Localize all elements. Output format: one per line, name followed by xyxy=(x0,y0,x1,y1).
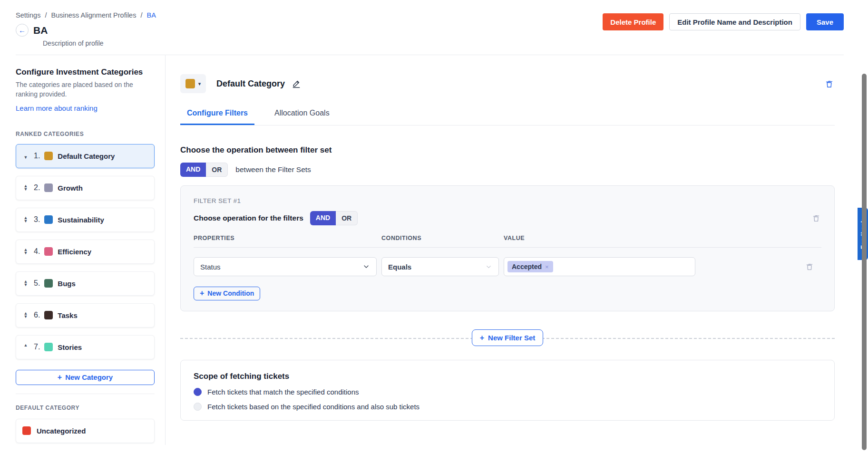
edit-profile-button[interactable]: Edit Profile Name and Description xyxy=(669,13,800,30)
scope-option-include-sub-tickets[interactable]: Fetch tickets based on the specified con… xyxy=(194,403,821,411)
reorder-arrows: ▲ ▼ xyxy=(22,344,29,350)
category-rank: 4. xyxy=(34,247,40,256)
filter-operation-heading: Choose the operation between filter set xyxy=(180,145,835,155)
category-item-uncategorized[interactable]: Uncategorized xyxy=(16,419,155,443)
ranked-category-list: ▲ ▼ 1. Default Category ▲ ▼ 2. Growth ▲ xyxy=(16,144,155,359)
sidebar: Configure Investment Categories The cate… xyxy=(16,55,155,445)
new-filter-set-button[interactable]: + New Filter Set xyxy=(472,329,544,346)
vertical-scrollbar-thumb[interactable] xyxy=(862,74,867,450)
value-input[interactable]: Accepted × xyxy=(504,257,695,276)
move-down-icon[interactable]: ▼ xyxy=(24,283,28,287)
title-row: ← BA xyxy=(16,24,156,37)
scope-option-label: Fetch tickets that match the specified c… xyxy=(207,388,359,396)
or-toggle-option[interactable]: OR xyxy=(206,163,228,177)
filter-condition-row: Status Equals Accepted × xyxy=(194,257,821,276)
reorder-arrows: ▲ ▼ xyxy=(22,280,29,287)
delete-profile-button[interactable]: Delete Profile xyxy=(603,13,663,30)
reorder-arrows: ▲ ▼ xyxy=(22,216,29,223)
reorder-arrows: ▲ ▼ xyxy=(22,312,29,318)
category-rank: 5. xyxy=(34,279,40,288)
breadcrumb-current: BA xyxy=(147,11,156,19)
category-name: Stories xyxy=(58,343,82,351)
category-name: Growth xyxy=(58,184,83,192)
top-header: Settings / Business Alignment Profiles /… xyxy=(0,0,868,47)
new-condition-button[interactable]: + New Condition xyxy=(194,287,260,300)
move-down-icon[interactable]: ▼ xyxy=(24,156,28,159)
breadcrumb-separator: / xyxy=(45,11,47,19)
delete-category-button[interactable] xyxy=(824,78,835,89)
category-item-default-category[interactable]: ▲ ▼ 1. Default Category xyxy=(16,144,155,168)
new-filter-set-row: + New Filter Set xyxy=(180,329,835,347)
category-item-growth[interactable]: ▲ ▼ 2. Growth xyxy=(16,176,155,200)
save-button[interactable]: Save xyxy=(806,13,844,30)
learn-more-link[interactable]: Learn more about ranking xyxy=(16,104,98,112)
breadcrumb-settings[interactable]: Settings xyxy=(16,11,40,19)
category-color-swatch xyxy=(44,247,53,256)
tab-allocation-goals[interactable]: Allocation Goals xyxy=(268,104,336,125)
breadcrumb-profiles[interactable]: Business Alignment Profiles xyxy=(51,11,137,19)
value-chip: Accepted × xyxy=(507,261,553,272)
new-condition-label: New Condition xyxy=(207,289,254,297)
trash-icon xyxy=(812,214,820,222)
chip-close-icon[interactable]: × xyxy=(545,263,549,270)
trash-icon xyxy=(825,79,834,88)
category-item-stories[interactable]: ▲ ▼ 7. Stories xyxy=(16,335,155,359)
move-down-icon[interactable]: ▼ xyxy=(24,220,28,223)
and-or-toggle: AND OR xyxy=(180,163,228,177)
condition-select-value: Equals xyxy=(388,263,411,271)
edit-category-name-button[interactable] xyxy=(291,78,302,89)
property-select-value: Status xyxy=(200,263,221,271)
scope-card: Scope of fetching tickets Fetch tickets … xyxy=(180,360,835,421)
content: Configure Investment Categories The cate… xyxy=(0,55,868,445)
column-header-conditions: CONDITIONS xyxy=(381,235,499,241)
column-header-properties: PROPERTIES xyxy=(194,235,377,241)
default-category-label: DEFAULT CATEGORY xyxy=(16,405,155,411)
category-item-sustainability[interactable]: ▲ ▼ 3. Sustainability xyxy=(16,208,155,232)
tab-configure-filters[interactable]: Configure Filters xyxy=(180,104,254,125)
delete-condition-button[interactable] xyxy=(804,261,821,272)
filter-set-operation-row: AND OR between the Filter Sets xyxy=(180,163,835,177)
profile-description: Description of profile xyxy=(43,39,156,47)
scope-option-match-conditions[interactable]: Fetch tickets that match the specified c… xyxy=(194,388,821,396)
new-category-button[interactable]: + New Category xyxy=(16,370,155,385)
value-chip-label: Accepted xyxy=(512,263,542,270)
new-category-label: New Category xyxy=(65,373,113,381)
category-item-bugs[interactable]: ▲ ▼ 5. Bugs xyxy=(16,271,155,296)
header-left: Settings / Business Alignment Profiles /… xyxy=(16,11,156,47)
delete-filter-set-button[interactable] xyxy=(811,213,821,223)
reorder-arrows: ▲ ▼ xyxy=(22,248,29,255)
category-name: Bugs xyxy=(58,280,76,288)
and-toggle-option[interactable]: AND xyxy=(180,163,206,177)
move-up-icon[interactable]: ▲ xyxy=(24,344,28,347)
toggle-suffix-text: between the Filter Sets xyxy=(235,165,311,174)
category-name: Efficiency xyxy=(58,248,91,256)
category-name: Uncategorized xyxy=(37,427,86,435)
header-actions: Delete Profile Edit Profile Name and Des… xyxy=(603,13,844,30)
move-down-icon[interactable]: ▼ xyxy=(24,251,28,255)
category-name: Default Category xyxy=(58,152,115,160)
and-toggle-option[interactable]: AND xyxy=(310,211,336,225)
reorder-arrows: ▲ ▼ xyxy=(22,184,29,191)
property-select[interactable]: Status xyxy=(194,257,377,276)
new-filter-set-label: New Filter Set xyxy=(488,334,535,342)
back-button[interactable]: ← xyxy=(16,24,29,37)
category-color-dropdown[interactable]: ▾ xyxy=(180,74,206,93)
category-color-swatch xyxy=(44,215,53,224)
category-item-efficiency[interactable]: ▲ ▼ 4. Efficiency xyxy=(16,240,155,264)
category-color-swatch xyxy=(44,311,53,319)
move-down-icon[interactable]: ▼ xyxy=(24,188,28,191)
scope-heading: Scope of fetching tickets xyxy=(194,372,821,381)
chevron-down-icon xyxy=(485,263,492,270)
condition-select[interactable]: Equals xyxy=(381,257,499,276)
category-name: Sustainability xyxy=(58,216,104,224)
or-toggle-option[interactable]: OR xyxy=(336,211,358,225)
plus-icon: + xyxy=(58,374,62,381)
radio-button[interactable] xyxy=(194,388,202,396)
category-color-swatch xyxy=(44,152,53,160)
category-item-tasks[interactable]: ▲ ▼ 6. Tasks xyxy=(16,303,155,328)
radio-button[interactable] xyxy=(194,403,202,411)
sidebar-subtitle: The categories are placed based on the r… xyxy=(16,80,155,99)
scope-option-label: Fetch tickets based on the specified con… xyxy=(207,403,419,411)
category-color-swatch xyxy=(44,343,53,351)
move-down-icon[interactable]: ▼ xyxy=(24,315,28,318)
